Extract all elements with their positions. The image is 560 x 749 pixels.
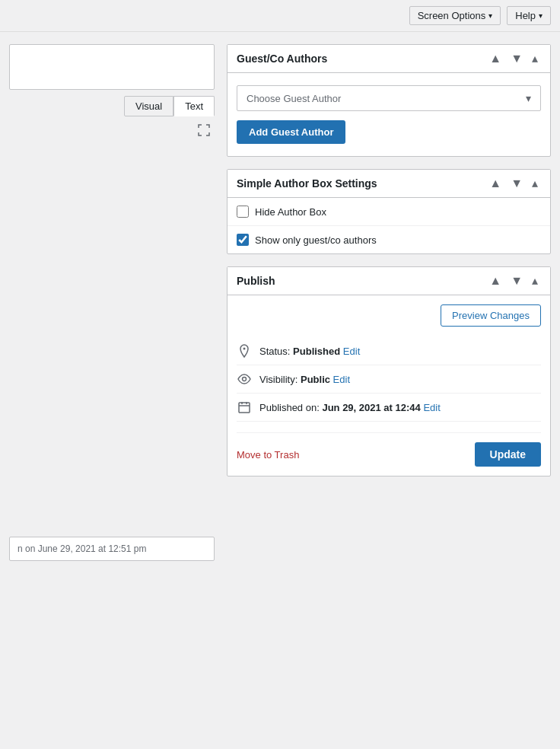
fullscreen-icon[interactable] — [193, 120, 215, 141]
preview-changes-button[interactable]: Preview Changes — [441, 304, 541, 327]
screen-options-label: Screen Options — [418, 10, 486, 21]
author-widget-down-icon[interactable]: ▼ — [508, 176, 526, 191]
left-panel: Visual Text n on June 29, 2021 at 12:51 … — [9, 44, 215, 561]
screen-options-button[interactable]: Screen Options ▾ — [409, 6, 501, 25]
guest-widget-collapse-icon[interactable]: ▴ — [529, 51, 541, 66]
published-on-text: Published on: Jun 29, 2021 at 12:44 Edit — [259, 402, 441, 413]
add-guest-author-button[interactable]: Add Guest Author — [237, 120, 345, 144]
hide-author-box-label[interactable]: Hide Author Box — [255, 206, 326, 218]
svg-rect-2 — [239, 403, 250, 413]
guest-co-authors-widget: Guest/Co Authors ▲ ▼ ▴ Choose Guest Auth… — [227, 44, 551, 157]
publish-widget-down-icon[interactable]: ▼ — [508, 273, 526, 288]
screen-options-chevron-icon: ▾ — [488, 11, 492, 20]
publish-body: Preview Changes Status: Published Edit — [228, 295, 550, 476]
status-row: Status: Published Edit — [237, 337, 541, 365]
simple-author-box-body: Hide Author Box Show only guest/co autho… — [228, 198, 550, 253]
hide-author-box-row: Hide Author Box — [228, 198, 550, 226]
publish-header: Publish ▲ ▼ ▴ — [228, 267, 550, 295]
visibility-icon — [237, 371, 252, 387]
guest-co-authors-header: Guest/Co Authors ▲ ▼ ▴ — [228, 45, 550, 73]
help-label: Help — [515, 10, 536, 21]
status-text: Status: Published Edit — [259, 346, 360, 357]
hide-author-box-checkbox[interactable] — [237, 206, 249, 218]
simple-author-box-widget: Simple Author Box Settings ▲ ▼ ▴ Hide Au… — [227, 169, 551, 254]
simple-author-box-header: Simple Author Box Settings ▲ ▼ ▴ — [228, 170, 550, 198]
update-button[interactable]: Update — [475, 442, 541, 467]
visibility-row: Visibility: Public Edit — [237, 365, 541, 394]
guest-widget-up-icon[interactable]: ▲ — [486, 51, 504, 66]
widget-controls-guest: ▲ ▼ ▴ — [486, 51, 541, 66]
author-widget-up-icon[interactable]: ▲ — [486, 176, 504, 191]
status-edit-link[interactable]: Edit — [343, 346, 360, 357]
tab-visual[interactable]: Visual — [124, 96, 173, 116]
show-guest-row: Show only guest/co authors — [228, 226, 550, 253]
tab-text[interactable]: Text — [173, 96, 215, 116]
calendar-icon — [237, 400, 252, 415]
help-button[interactable]: Help ▾ — [507, 6, 551, 25]
widget-controls-publish: ▲ ▼ ▴ — [486, 273, 541, 288]
main-content: Visual Text n on June 29, 2021 at 12:51 … — [0, 32, 560, 573]
show-guest-label[interactable]: Show only guest/co authors — [255, 234, 377, 246]
visibility-text: Visibility: Public Edit — [259, 374, 350, 385]
choose-guest-author-dropdown[interactable]: Choose Guest Author ▾ — [237, 85, 541, 111]
author-widget-collapse-icon[interactable]: ▴ — [529, 176, 541, 191]
guest-co-authors-body: Choose Guest Author ▾ Add Guest Author — [228, 73, 550, 156]
help-chevron-icon: ▾ — [539, 11, 542, 20]
visibility-edit-link[interactable]: Edit — [333, 374, 350, 385]
publish-title: Publish — [237, 275, 275, 287]
simple-author-box-title: Simple Author Box Settings — [237, 177, 377, 190]
choose-guest-author-placeholder: Choose Guest Author — [247, 93, 341, 104]
guest-widget-down-icon[interactable]: ▼ — [508, 51, 526, 66]
publish-actions: Move to Trash Update — [237, 432, 541, 467]
published-on-edit-link[interactable]: Edit — [423, 402, 440, 413]
right-panel: Guest/Co Authors ▲ ▼ ▴ Choose Guest Auth… — [227, 44, 551, 561]
published-on-row: Published on: Jun 29, 2021 at 12:44 Edit — [237, 394, 541, 422]
dropdown-arrow-icon: ▾ — [526, 92, 531, 104]
editor-area — [9, 44, 215, 90]
top-bar: Screen Options ▾ Help ▾ — [0, 0, 560, 32]
published-info: n on June 29, 2021 at 12:51 pm — [9, 537, 215, 561]
show-guest-checkbox[interactable] — [237, 234, 249, 246]
publish-widget: Publish ▲ ▼ ▴ Preview Changes — [227, 266, 551, 476]
publish-widget-collapse-icon[interactable]: ▴ — [529, 273, 541, 288]
editor-tabs: Visual Text — [9, 96, 215, 116]
status-icon — [237, 343, 252, 359]
guest-co-authors-title: Guest/Co Authors — [237, 53, 327, 65]
move-to-trash-link[interactable]: Move to Trash — [237, 449, 299, 461]
svg-point-1 — [243, 378, 247, 381]
published-info-text: n on June 29, 2021 at 12:51 pm — [18, 543, 146, 554]
widget-controls-author: ▲ ▼ ▴ — [486, 176, 541, 191]
publish-widget-up-icon[interactable]: ▲ — [486, 273, 504, 288]
svg-point-0 — [243, 348, 246, 350]
